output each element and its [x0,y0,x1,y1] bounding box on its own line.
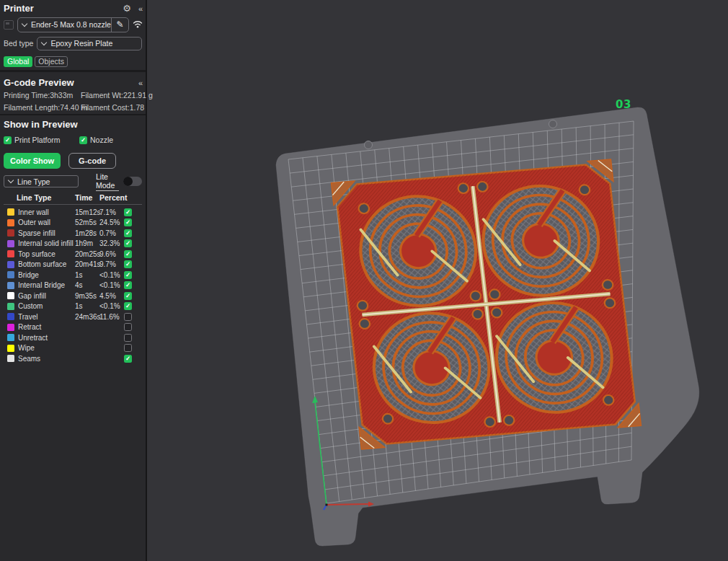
checkbox-icon[interactable]: ✓ [124,229,132,237]
legend-row-time: 1h9m [75,239,99,247]
checkbox-icon[interactable] [124,344,132,352]
color-swatch [7,303,14,310]
checkbox-icon[interactable]: ✓ [124,239,132,247]
tab-objects[interactable]: Objects [35,56,68,67]
legend-row-percent: 9.7% [99,260,124,268]
legend-row-time: 15m12s [75,208,99,216]
color-swatch [7,313,14,320]
screw-hole [382,413,394,424]
color-swatch [7,292,14,299]
legend-row: Gap infill9m35s4.5%✓ [4,291,142,301]
checkbox-icon[interactable]: ✓ [124,292,132,300]
gcode-preview-title: G-code Preview [4,77,74,88]
toggle-knob [123,177,133,186]
legend-row-label: Bridge [18,271,75,279]
checkbox-icon[interactable] [124,334,132,342]
line-type-value: Line Type [17,177,78,186]
color-swatch [7,324,14,331]
checkbox-icon[interactable]: ✓ [124,250,132,258]
printer-section: Printer ⚙ « Ender-5 Max 0.8 nozzle ✎ [0,0,146,67]
legend-row: Custom1s<0.1%✓ [4,301,142,312]
gear-icon[interactable]: ⚙ [123,4,131,13]
checkbox-icon[interactable]: ✓ [124,271,132,279]
legend-row-percent: 4.5% [99,292,124,300]
legend-row-label: Seams [18,355,75,363]
checkbox-icon[interactable]: ✓ [124,208,132,216]
legend-row: Bridge1s<0.1%✓ [4,270,142,280]
checkbox-icon[interactable]: ✓ [79,136,87,144]
checkbox-icon[interactable]: ✓ [124,218,132,226]
legend-row-label: Inner wall [18,208,75,216]
legend-row-percent: 32.3% [99,239,124,247]
collapse-gcode-icon[interactable]: « [138,79,142,87]
preview-option-label: Nozzle [90,136,113,144]
screw-hole [358,203,370,214]
screw-hole [491,307,502,318]
legend-row-time: 20m41s [75,260,99,268]
printer-section-title: Printer [4,3,34,14]
legend-row-time: 9m35s [75,292,99,300]
legend-row-label: Top surface [18,250,75,258]
legend-row-time: 1s [75,271,99,279]
preview-option: ✓Nozzle [79,136,142,144]
printing-time: Printing Time:3h33m [4,91,81,100]
legend-row-percent: <0.1% [99,271,124,279]
legend-row: Bottom surface20m41s9.7%✓ [4,260,142,270]
tab-global[interactable]: Global [4,56,32,67]
color-show-button[interactable]: Color Show [4,153,61,169]
checkbox-icon[interactable]: ✓ [124,355,132,363]
checkbox-icon[interactable]: ✓ [124,260,132,268]
legend-row-label: Wipe [18,344,75,352]
printed-object[interactable] [332,159,642,449]
preview-option: ✓Print Platform [4,136,79,144]
filament-cost: Filament Cost:1.78 [81,103,153,112]
chevron-down-icon [22,20,27,26]
legend-table: Inner wall15m12s7.1%✓Outer wall52m5s24.5… [4,207,142,364]
screw-hole [579,185,590,195]
color-swatch [7,219,14,226]
legend-row-label: Outer wall [18,218,75,226]
checkbox-icon[interactable] [124,313,132,321]
checkbox-icon[interactable]: ✓ [4,136,12,144]
legend-header-time: Time [75,193,99,202]
legend-row-percent: 11.6% [99,313,124,321]
legend-row: Outer wall52m5s24.5%✓ [4,218,142,229]
bed-type-value: Epoxy Resin Plate [50,39,141,48]
legend-row: Top surface20m25s9.6%✓ [4,249,142,260]
chevron-down-icon [41,39,47,45]
chevron-down-icon [8,177,14,183]
wifi-icon[interactable] [133,19,143,30]
preview-option-label: Print Platform [14,136,61,144]
legend-row-time: 1s [75,302,99,310]
lite-mode-label[interactable]: Lite Mode [96,172,119,191]
legend-row: Travel24m36s11.6% [4,312,142,322]
line-type-dropdown[interactable]: Line Type [4,175,79,187]
legend-row-label: Retract [18,323,75,331]
gcode-preview-section: G-code Preview « Printing Time:3h33m Fil… [0,75,146,112]
printer-preset-dropdown[interactable]: Ender-5 Max 0.8 nozzle ✎ [17,17,129,32]
legend-row-label: Sparse infill [18,229,75,237]
legend-row-time: 20m25s [75,250,99,258]
screw-hole [357,300,368,311]
legend-row: Seams✓ [4,353,142,364]
legend-row-label: Gap infill [18,292,75,300]
show-in-preview-section: Show in Preview ✓Print Platform✓Nozzle C… [0,119,146,364]
gcode-button[interactable]: G-code [68,153,116,169]
lite-mode-toggle[interactable] [123,177,142,186]
screw-hole [602,280,613,291]
section-divider [0,114,146,115]
bed-type-dropdown[interactable]: Epoxy Resin Plate [37,37,142,50]
legend-row-label: Custom [18,302,75,310]
show-in-preview-options: ✓Print Platform✓Nozzle [4,136,142,144]
checkbox-icon[interactable] [124,323,132,331]
plate-number-label[interactable]: 03 [616,98,631,111]
checkbox-icon[interactable]: ✓ [124,302,132,310]
collapse-panel-icon[interactable]: « [138,4,142,13]
legend-row: Sparse infill1m28s0.7%✓ [4,228,142,239]
legend-row-percent: <0.1% [99,281,124,289]
color-swatch [7,345,14,352]
section-divider [0,70,146,72]
edit-preset-button[interactable]: ✎ [111,18,128,32]
checkbox-icon[interactable]: ✓ [124,281,132,289]
color-swatch [7,229,14,237]
